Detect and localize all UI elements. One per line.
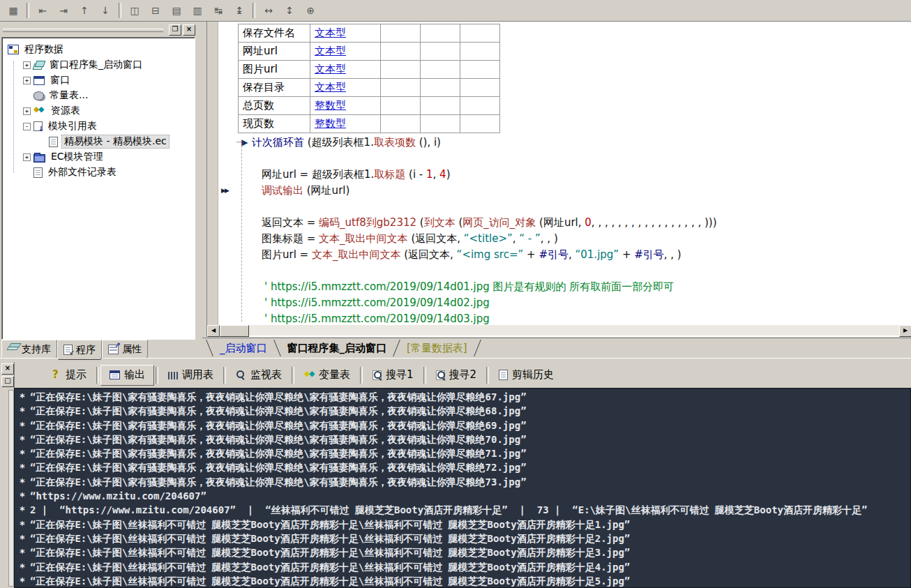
variable-row[interactable]: 保存文件名文本型	[239, 24, 500, 43]
toolbar-button-space-across[interactable]: ↹	[209, 1, 228, 20]
scroll-right-button[interactable]: ▶	[899, 325, 911, 337]
close-button[interactable]: ×	[183, 24, 195, 36]
toolbar-button-grid[interactable]: ▦	[3, 1, 23, 20]
tab-separator	[156, 367, 158, 384]
debug-console[interactable]: *“正在保存E:\妹子图\家有骚妻陶喜乐，夜夜销魂让你弹尽粮绝\家有骚妻陶喜乐，…	[14, 388, 911, 588]
expand-icon[interactable]: +	[23, 153, 31, 161]
editor-tab-1[interactable]: _启动窗口	[210, 340, 277, 356]
tree-item[interactable]: 外部文件记录表	[2, 165, 195, 180]
toolbar-button-size-both[interactable]: ⊕	[301, 1, 320, 20]
variable-type[interactable]: 文本型	[310, 79, 381, 97]
editor-hscrollbar[interactable]: ◀ ▶	[207, 325, 911, 336]
variable-type[interactable]: 整数型	[310, 97, 381, 115]
tree-item[interactable]: +窗口程序集_启动窗口	[2, 57, 195, 73]
collapse-icon[interactable]: -	[23, 123, 31, 130]
expand-icon[interactable]: +	[23, 61, 31, 69]
close-panel-button[interactable]: ×	[1, 363, 14, 375]
editor-tab-2[interactable]: 窗口程序集_启动窗口	[278, 340, 397, 356]
code-token: “<img src=”	[457, 248, 524, 261]
code-token: 返回文本 =	[262, 216, 319, 229]
code-token: 图集标题 =	[262, 232, 319, 245]
output-tab-调用表[interactable]: 调用表	[160, 365, 222, 385]
console-line: *“正在保存E:\妹子图\丝袜福利不可错过 腿模芝芝Booty酒店开房精彩十足\…	[15, 574, 910, 588]
tree-item[interactable]: +窗口	[2, 73, 195, 88]
code-line[interactable]: 网址url = 超级列表框1.取标题 (i - 1, 4)	[207, 167, 911, 183]
variable-type[interactable]: 文本型	[310, 43, 381, 61]
code-token: #引号	[539, 248, 569, 261]
variable-empty-cell	[460, 115, 500, 133]
variable-row[interactable]: 保存目录文本型	[239, 79, 500, 97]
tree-item-label: 模块引用表	[46, 120, 99, 133]
code-line[interactable]: 返回文本 = 编码_utf8到gb2312 (到文本 (网页_访问_对象 (网址…	[207, 215, 911, 231]
tree-item-label: 常量表...	[47, 89, 90, 102]
variable-row[interactable]: 现页数整数型	[239, 115, 500, 133]
panel-drag-grip[interactable]	[3, 29, 163, 32]
tree-item[interactable]: 精易模块 - 精易模块.ec	[2, 134, 195, 149]
console-line-text: “正在保存E:\妹子图\丝袜福利不可错过 腿模芝芝Booty酒店开房精彩十足\丝…	[30, 575, 630, 587]
toolbar-button-size-height[interactable]: ↕	[280, 1, 299, 20]
console-line-text: “正在保存E:\妹子图\家有骚妻陶喜乐，夜夜销魂让你弹尽粮绝\家有骚妻陶喜乐，夜…	[30, 391, 527, 402]
sidebar-tab-支持库[interactable]: 支持库	[1, 340, 57, 359]
float-button[interactable]: ❐	[169, 24, 181, 36]
toolbar-button-center-vertical[interactable]: ⊟	[146, 1, 165, 20]
expand-icon[interactable]: +	[23, 77, 31, 84]
tree-item[interactable]: +EC模块管理	[2, 149, 195, 165]
output-tab-变量表[interactable]: 变量表	[296, 365, 359, 385]
output-tab-搜寻2[interactable]: 搜寻2	[428, 365, 485, 385]
console-line-marker: *	[15, 432, 30, 446]
output-tab-label: 搜寻2	[449, 368, 477, 382]
scroll-left-button[interactable]: ◀	[207, 325, 220, 337]
tree-item[interactable]: -模块引用表	[2, 119, 195, 134]
sidebar-tab-程序[interactable]: 程序	[57, 340, 102, 360]
code-line[interactable]: ' https://i5.mmzztt.com/2019/09/14d02.jp…	[207, 295, 911, 311]
output-tab-提示[interactable]: 提示	[43, 365, 95, 385]
variable-name: 保存目录	[239, 79, 310, 97]
vertical-splitter[interactable]	[198, 22, 206, 344]
align-bottom-icon: ↓	[101, 5, 110, 16]
toolbar-button-align-left[interactable]: ⇤	[33, 1, 52, 20]
console-line-marker: *	[15, 503, 30, 517]
variable-type[interactable]: 文本型	[310, 24, 381, 43]
code-line[interactable]: 图集标题 = 文本_取出中间文本 (返回文本, “<title>”, “ - ”…	[207, 231, 911, 247]
tree-item[interactable]: 程序数据	[2, 42, 195, 57]
variable-row[interactable]: 图片url文本型	[239, 61, 500, 79]
output-tab-输出[interactable]: 输出	[100, 365, 154, 386]
variable-row[interactable]: 网址url文本型	[239, 43, 500, 61]
console-line: *“正在保存E:\妹子图\家有骚妻陶喜乐，夜夜销魂让你弹尽粮绝\家有骚妻陶喜乐，…	[15, 419, 910, 432]
center-vertical-icon: ⊟	[151, 5, 160, 16]
output-tab-label: 变量表	[319, 368, 350, 382]
console-line: *“正在保存E:\妹子图\家有骚妻陶喜乐，夜夜销魂让你弹尽粮绝\家有骚妻陶喜乐，…	[15, 475, 910, 489]
output-tab-搜寻1[interactable]: 搜寻1	[364, 365, 422, 385]
toolbar-button-same-width[interactable]: ▤	[167, 1, 186, 20]
code-line[interactable]: ▶▶调试输出 (网址url)	[207, 183, 911, 199]
output-tab-剪辑历史[interactable]: 剪辑历史	[490, 365, 562, 385]
expand-icon[interactable]: +	[23, 107, 31, 115]
toolbar-button-align-bottom[interactable]: ↓	[96, 1, 115, 20]
code-line[interactable]: ┄▶计次循环首 (超级列表框1.取表项数 (), i)	[207, 135, 911, 151]
variable-type[interactable]: 文本型	[310, 61, 381, 79]
code-line[interactable]	[207, 151, 911, 167]
code-line[interactable]	[207, 263, 911, 279]
variable-row[interactable]: 总页数整数型	[239, 97, 500, 115]
tree-item[interactable]: +资源表	[2, 103, 195, 119]
code-line[interactable]: ' https://i5.mmzztt.com/2019/09/14d01.jp…	[207, 279, 911, 295]
toolbar-button-align-right[interactable]: ⇥	[54, 1, 73, 20]
toolbar-button-same-height[interactable]: ▥	[188, 1, 207, 20]
program-data-tree: 程序数据+窗口程序集_启动窗口+窗口常量表...+资源表-模块引用表精易模块 -…	[1, 37, 195, 340]
code-line[interactable]	[207, 199, 911, 215]
variable-type[interactable]: 整数型	[310, 115, 381, 133]
toolbar-button-center-horizontal[interactable]: ◫	[125, 1, 144, 20]
toolbar-button-space-down[interactable]: ↨	[229, 1, 249, 20]
toolbar-button-size-width[interactable]: ↔	[259, 1, 278, 20]
toolbar-button-align-top[interactable]: ↑	[75, 1, 94, 20]
code-token: 网址url = 超级列表框1.	[262, 168, 374, 181]
variable-empty-cell	[421, 79, 460, 97]
scrollbar-thumb[interactable]	[220, 325, 249, 337]
editor-tab-3[interactable]: [常量数据表]	[397, 340, 477, 356]
output-tab-监视表[interactable]: 监视表	[227, 365, 290, 385]
float-panel-button[interactable]: □	[1, 376, 14, 387]
sidebar-tab-属性[interactable]: 属性	[102, 340, 148, 359]
code-line[interactable]: 图片url = 文本_取出中间文本 (返回文本, “<img src=” + #…	[207, 247, 911, 263]
code-editor[interactable]: 保存文件名文本型网址url文本型图片url文本型保存目录文本型总页数整数型现页数…	[206, 22, 911, 337]
tree-item[interactable]: 常量表...	[2, 88, 195, 103]
